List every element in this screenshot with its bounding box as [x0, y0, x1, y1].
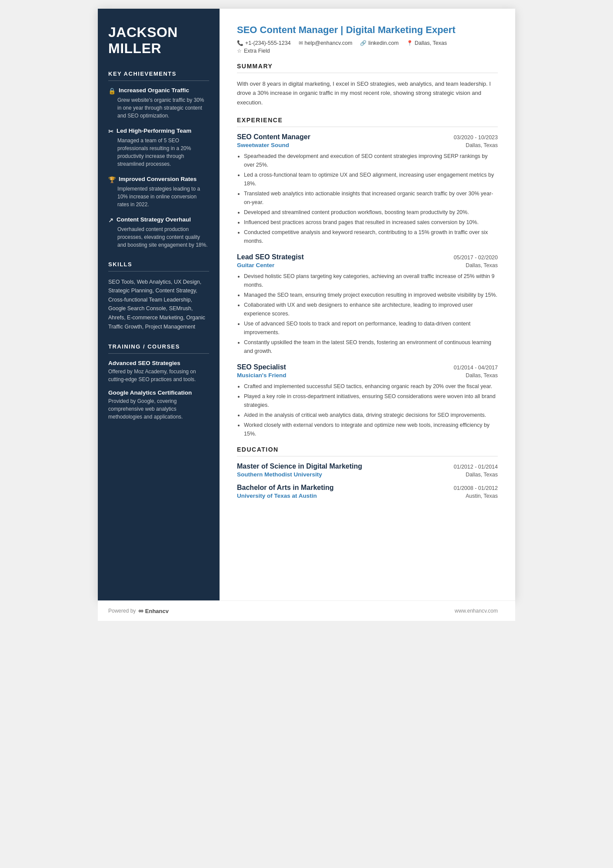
extra-field-row: ☆ Extra Field — [237, 48, 498, 54]
star-icon: ☆ — [237, 48, 242, 54]
bullet: Collaborated with UX and web designers t… — [244, 301, 498, 318]
job-2-title: Lead SEO Strategist — [237, 253, 304, 261]
bullet: Constantly upskilled the team in the lat… — [244, 338, 498, 355]
bullet: Played a key role in cross-department in… — [244, 392, 498, 409]
job-2-location: Dallas, Texas — [466, 262, 498, 268]
summary-section: SUMMARY With over 8 years in digital mar… — [237, 63, 498, 107]
powered-by-label: Powered by — [108, 608, 136, 614]
bullet: Managed the SEO team, ensuring timely pr… — [244, 291, 498, 299]
degree-2-school-row: University of Texas at Austin Austin, Te… — [237, 493, 498, 499]
degree-2-title: Bachelor of Arts in Marketing — [237, 484, 334, 492]
bullet: Led a cross-functional team to optimize … — [244, 171, 498, 188]
degree-1-title: Master of Science in Digital Marketing — [237, 462, 362, 470]
degree-1-dates: 01/2012 - 01/2014 — [454, 464, 498, 470]
experience-section: EXPERIENCE SEO Content Manager 03/2020 -… — [237, 117, 498, 438]
job-1-location: Dallas, Texas — [466, 142, 498, 148]
enhancv-name: Enhancv — [145, 608, 169, 614]
training-title-2: Google Analytics Certification — [108, 389, 209, 396]
achievement-title: 🏆 Improved Conversion Rates — [108, 176, 209, 183]
achievement-desc-2: Managed a team of 5 SEO professionals re… — [108, 137, 209, 168]
bullet: Spearheaded the development and executio… — [244, 152, 498, 169]
achievement-item: ↗ Content Strategy Overhaul Overhauled c… — [108, 216, 209, 249]
job-3-bullets: Crafted and implemented successful SEO t… — [237, 382, 498, 438]
training-title-1: Advanced SEO Strategies — [108, 360, 209, 366]
contact-location: 📍 Dallas, Texas — [406, 40, 447, 46]
job-1-dates: 03/2020 - 10/2023 — [454, 134, 498, 141]
contact-row: 📞 +1-(234)-555-1234 ✉ help@enhancv.com 🔗… — [237, 40, 498, 46]
job-1-bullets: Spearheaded the development and executio… — [237, 152, 498, 245]
achievement-title: 🔒 Increased Organic Traffic — [108, 87, 209, 94]
summary-text: With over 8 years in digital marketing, … — [237, 79, 498, 107]
training-item-1: Advanced SEO Strategies Offered by Moz A… — [108, 360, 209, 383]
training-desc-1: Offered by Moz Academy, focusing on cutt… — [108, 368, 209, 383]
bullet: Translated web analytics into actionable… — [244, 189, 498, 207]
enhancv-brand: ∞ Enhancv — [138, 607, 169, 615]
job-3-title: SEO Specialist — [237, 363, 286, 371]
enhancv-infinity-icon: ∞ — [138, 607, 143, 615]
degree-1-school-row: Southern Methodist University Dallas, Te… — [237, 471, 498, 478]
job-2-header: Lead SEO Strategist 05/2017 - 02/2020 — [237, 253, 498, 261]
job-1-header: SEO Content Manager 03/2020 - 10/2023 — [237, 133, 498, 141]
degree-1-school: Southern Methodist University — [237, 471, 322, 478]
job-1-title: SEO Content Manager — [237, 133, 310, 141]
bullet: Influenced best practices across brand p… — [244, 218, 498, 227]
phone-icon: 📞 — [237, 40, 243, 46]
contact-linkedin: 🔗 linkedin.com — [360, 40, 398, 46]
linkedin-icon: 🔗 — [360, 40, 366, 46]
bullet: Developed and streamlined content produc… — [244, 208, 498, 217]
contact-phone: 📞 +1-(234)-555-1234 — [237, 40, 291, 46]
job-2-dates: 05/2017 - 02/2020 — [454, 255, 498, 261]
job-1-company: Sweetwater Sound — [237, 142, 289, 148]
footer: Powered by ∞ Enhancv www.enhancv.com — [98, 600, 515, 621]
skills-text: SEO Tools, Web Analytics, UX Design, Str… — [108, 278, 209, 332]
bullet: Worked closely with external vendors to … — [244, 421, 498, 438]
degree-2-header: Bachelor of Arts in Marketing 01/2008 - … — [237, 484, 498, 492]
training-section-title: TRAINING / COURSES — [108, 343, 209, 350]
job-2-company-row: Guitar Center Dallas, Texas — [237, 262, 498, 268]
bullet: Use of advanced SEO tools to track and r… — [244, 319, 498, 337]
job-3-company: Musician's Friend — [237, 372, 286, 379]
experience-title: EXPERIENCE — [237, 117, 498, 124]
bullet: Devised holistic SEO plans targeting key… — [244, 272, 498, 289]
skills-section-title: SKILLS — [108, 261, 209, 268]
achievement-icon-4: ↗ — [108, 217, 113, 224]
job-3-header: SEO Specialist 01/2014 - 04/2017 — [237, 363, 498, 371]
education-section: EDUCATION Master of Science in Digital M… — [237, 446, 498, 499]
education-title: EDUCATION — [237, 446, 498, 453]
job-2-bullets: Devised holistic SEO plans targeting key… — [237, 272, 498, 355]
website-url: www.enhancv.com — [455, 608, 498, 614]
achievement-title: ✂ Led High-Performing Team — [108, 127, 209, 135]
summary-title: SUMMARY — [237, 63, 498, 70]
job-2-company: Guitar Center — [237, 262, 274, 268]
achievement-icon-3: 🏆 — [108, 176, 116, 183]
bullet: Crafted and implemented successful SEO t… — [244, 382, 498, 391]
job-1-company-row: Sweetwater Sound Dallas, Texas — [237, 142, 498, 148]
job-3-company-row: Musician's Friend Dallas, Texas — [237, 372, 498, 379]
main-content: SEO Content Manager | Digital Marketing … — [220, 9, 515, 600]
achievements-section-title: KEY ACHIEVEMENTS — [108, 70, 209, 77]
sidebar: JACKSONMILLER KEY ACHIEVEMENTS 🔒 Increas… — [98, 9, 220, 600]
location-icon: 📍 — [406, 40, 413, 46]
achievement-icon-2: ✂ — [108, 128, 113, 135]
degree-2-dates: 01/2008 - 01/2012 — [454, 485, 498, 491]
powered-by-row: Powered by ∞ Enhancv — [108, 607, 169, 615]
achievement-item: 🏆 Improved Conversion Rates Implemented … — [108, 176, 209, 208]
bullet: Conducted competitive analysis and keywo… — [244, 228, 498, 245]
bullet: Aided in the analysis of critical web an… — [244, 411, 498, 419]
job-3-dates: 01/2014 - 04/2017 — [454, 365, 498, 371]
achievement-item: ✂ Led High-Performing Team Managed a tea… — [108, 127, 209, 168]
achievement-desc-1: Grew website's organic traffic by 30% in… — [108, 96, 209, 120]
candidate-name: JACKSONMILLER — [108, 24, 209, 57]
training-item-2: Google Analytics Certification Provided … — [108, 389, 209, 421]
achievement-title: ↗ Content Strategy Overhaul — [108, 216, 209, 224]
achievement-desc-3: Implemented strategies leading to a 10% … — [108, 185, 209, 208]
contact-email: ✉ help@enhancv.com — [299, 40, 353, 46]
degree-2-location: Austin, Texas — [466, 493, 498, 499]
achievement-icon-1: 🔒 — [108, 87, 116, 94]
degree-1-header: Master of Science in Digital Marketing 0… — [237, 462, 498, 470]
achievement-desc-4: Overhauled content production processes,… — [108, 225, 209, 249]
degree-2-school: University of Texas at Austin — [237, 493, 317, 499]
job-3-location: Dallas, Texas — [466, 372, 498, 379]
job-title: SEO Content Manager | Digital Marketing … — [237, 24, 498, 36]
achievement-item: 🔒 Increased Organic Traffic Grew website… — [108, 87, 209, 120]
